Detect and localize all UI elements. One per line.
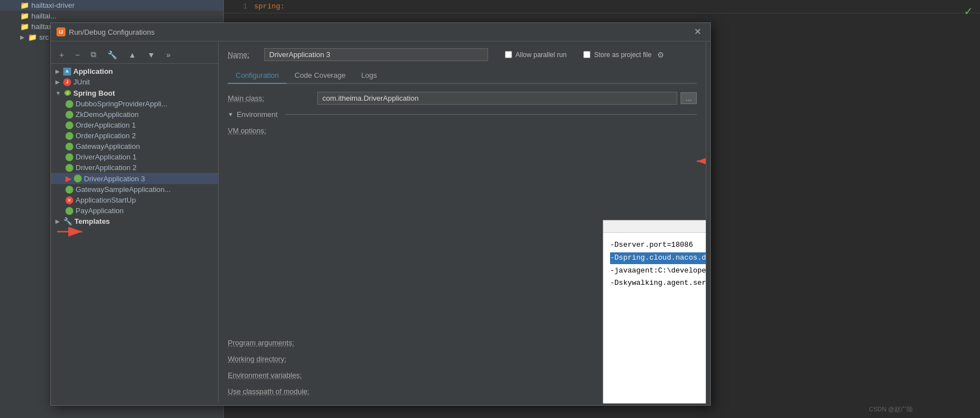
- close-button[interactable]: ✕: [691, 26, 705, 37]
- dialog-scrollbar[interactable]: [706, 41, 710, 403]
- vm-panel-container: ⤢ -Dserver.port=18086 -Dspring.cloud.nac…: [317, 136, 697, 332]
- tree-item-templates[interactable]: ▶ 🔧 Templates: [51, 216, 218, 227]
- tree-item-order2[interactable]: OrderApplication 2: [51, 130, 218, 141]
- vm-options-row: VM options:: [228, 124, 697, 135]
- junit-icon: J: [63, 78, 71, 86]
- selected-arrow-icon: ▶: [65, 174, 72, 183]
- tree-item-gateway[interactable]: GatewayApplication: [51, 141, 218, 152]
- app-icon: A: [63, 68, 71, 76]
- main-class-input[interactable]: [317, 92, 677, 105]
- tab-configuration[interactable]: Configuration: [228, 68, 287, 84]
- allow-parallel-label: Allow parallel run: [515, 51, 566, 59]
- vm-line-selected: -Dspring.cloud.nacos.discovery.weight=3: [610, 252, 706, 264]
- watermark: CSDN @赵广陆: [869, 405, 913, 414]
- tree-label: OrderApplication 1: [76, 121, 136, 129]
- spring-item-icon: [65, 143, 73, 151]
- spring-item-icon: [65, 164, 73, 172]
- name-input[interactable]: [264, 48, 488, 61]
- tree-item-driver3[interactable]: ▶ DriverApplication 3: [51, 173, 218, 184]
- config-tabs: Configuration Code Coverage Logs: [228, 68, 697, 84]
- arrow-icon: ▶: [55, 68, 63, 74]
- tree-item-appstartup[interactable]: ✕ ApplicationStartUp: [51, 195, 218, 205]
- tree-item-driver2[interactable]: DriverApplication 2: [51, 162, 218, 173]
- arrow-icon: ▶: [20, 34, 28, 40]
- main-class-value: ...: [317, 92, 697, 105]
- folder-icon: 📁: [20, 1, 29, 10]
- tree-item-pay[interactable]: PayApplication: [51, 205, 218, 216]
- tree-label: ApplicationStartUp: [76, 196, 136, 204]
- move-up-button[interactable]: ▲: [124, 49, 140, 61]
- vm-content: -Dserver.port=18086 -Dspring.cloud.nacos…: [603, 233, 706, 297]
- spring-item-icon: [74, 175, 82, 182]
- vm-line-4: -Dskywalking.agent.service_name=hailtaxi…: [610, 278, 706, 289]
- tree-item-dubbo[interactable]: DubboSpringProviderAppli...: [51, 98, 218, 109]
- tab-logs[interactable]: Logs: [353, 68, 385, 84]
- src-folder-icon: 📁: [28, 33, 37, 41]
- tree-item-zk[interactable]: ZkDemoApplication: [51, 109, 218, 120]
- project-label: hailtaxi-driver: [31, 1, 74, 10]
- folder-icon: 📁: [20, 22, 29, 31]
- dialog-titlebar: IJ Run/Debug Configurations ✕: [51, 23, 710, 41]
- store-project-label: Store as project file: [594, 51, 651, 59]
- section-arrow-icon: ▼: [228, 111, 233, 118]
- tree-toolbar: + − ⧉ 🔧 ▲ ▼ »: [51, 46, 218, 64]
- move-down-button[interactable]: ▼: [143, 49, 159, 61]
- gear-icon[interactable]: ⚙: [657, 50, 664, 59]
- tree-label: GatewaySampleApplication...: [76, 185, 171, 194]
- name-row: Name: Allow parallel run Store as projec…: [228, 48, 697, 61]
- spring-icon: ⚡: [63, 88, 72, 97]
- intellij-icon: IJ: [57, 27, 65, 36]
- project-item-hailtaxi-driver[interactable]: 📁 hailtaxi-driver: [0, 0, 223, 11]
- tab-code-coverage[interactable]: Code Coverage: [287, 68, 353, 84]
- vm-line-3: -javaagent:C:\developer\skywalking\apach…: [610, 265, 706, 277]
- tree-label: GatewayApplication: [76, 142, 140, 151]
- working-dir-label: Working directory:: [228, 353, 312, 363]
- tree-selection-arrow: [54, 226, 88, 239]
- config-tree: + − ⧉ 🔧 ▲ ▼ » ▶ A Application ▶ J JUnit …: [51, 41, 219, 403]
- main-class-row: Main class: ...: [228, 92, 697, 105]
- tree-label: DriverApplication 2: [76, 163, 137, 172]
- add-config-button[interactable]: +: [55, 49, 68, 61]
- copy-config-button[interactable]: ⧉: [87, 48, 100, 61]
- tree-label: ZkDemoApplication: [76, 110, 139, 119]
- project-label: hailtai...: [31, 12, 57, 20]
- expand-button[interactable]: »: [162, 49, 175, 61]
- line-number: 1: [231, 2, 247, 11]
- main-class-browse-button[interactable]: ...: [681, 92, 697, 104]
- tree-item-application[interactable]: ▶ A Application: [51, 66, 218, 77]
- tree-item-driver1[interactable]: DriverApplication 1: [51, 152, 218, 162]
- arrow-icon: ▶: [55, 79, 63, 85]
- store-project-checkbox[interactable]: [583, 51, 590, 58]
- tree-label: Application: [73, 67, 113, 76]
- vm-line-2: -Dspring.cloud.nacos.discovery.weight=3: [610, 252, 706, 264]
- code-line: 1 spring:: [224, 0, 980, 13]
- store-project-group: Store as project file: [583, 51, 651, 59]
- spring-item-icon: [65, 186, 73, 194]
- spring-item-icon: [65, 207, 73, 215]
- tree-label: JUnit: [73, 78, 90, 86]
- remove-config-button[interactable]: −: [71, 49, 83, 61]
- tree-label: DubboSpringProviderAppli...: [76, 100, 167, 108]
- tree-label: OrderApplication 2: [76, 131, 136, 140]
- vm-options-panel[interactable]: ⤢ -Dserver.port=18086 -Dspring.cloud.nac…: [603, 220, 706, 403]
- allow-parallel-group: Allow parallel run: [505, 51, 566, 59]
- tree-label: Templates: [74, 217, 110, 226]
- tree-item-gateway-sample[interactable]: GatewaySampleApplication...: [51, 184, 218, 195]
- tree-label: DriverApplication 3: [84, 175, 145, 183]
- wrench-config-button[interactable]: 🔧: [104, 49, 121, 61]
- folder-icon: 📁: [20, 12, 29, 20]
- checkmark-icon: ✓: [964, 4, 973, 18]
- annotation-arrow: [691, 153, 706, 171]
- project-label: src: [39, 33, 49, 41]
- arrow-icon: ▶: [55, 218, 63, 224]
- spring-item-x-icon: ✕: [65, 196, 73, 204]
- project-item-hailtaxi-2[interactable]: 📁 hailtai...: [0, 11, 223, 21]
- main-class-label: Main class:: [228, 92, 312, 102]
- tree-item-junit[interactable]: ▶ J JUnit: [51, 77, 218, 87]
- name-label: Name:: [228, 50, 259, 59]
- environment-section-header[interactable]: ▼ Environment: [228, 110, 697, 119]
- tree-item-order1[interactable]: OrderApplication 1: [51, 120, 218, 130]
- tree-label: Spring Boot: [73, 89, 115, 97]
- allow-parallel-checkbox[interactable]: [505, 51, 512, 58]
- tree-item-spring-boot[interactable]: ▼ ⚡ Spring Boot: [51, 87, 218, 98]
